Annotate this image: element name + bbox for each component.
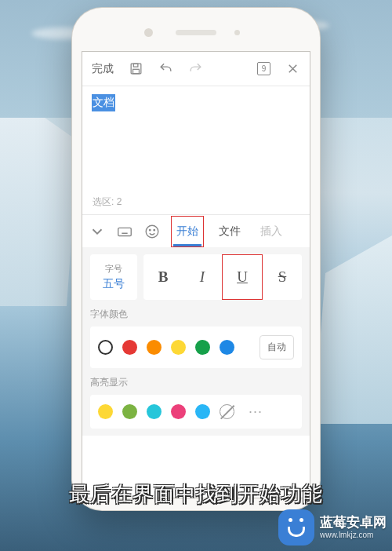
selected-text[interactable]: 文档 bbox=[92, 94, 115, 111]
subtitle-caption: 最后在界面中找到开始功能 bbox=[69, 480, 323, 508]
document-area[interactable]: 文档 选区: 2 bbox=[82, 86, 310, 214]
svg-rect-3 bbox=[118, 228, 132, 235]
highlight-swatch[interactable] bbox=[98, 404, 113, 419]
font-size-picker[interactable]: 字号 五号 bbox=[90, 254, 137, 300]
svg-rect-2 bbox=[133, 69, 140, 74]
bold-button[interactable]: B bbox=[143, 254, 183, 300]
keyboard-icon[interactable] bbox=[116, 223, 133, 240]
save-icon[interactable] bbox=[129, 61, 143, 76]
close-icon[interactable] bbox=[285, 61, 300, 76]
svg-point-6 bbox=[154, 229, 154, 230]
tab-file[interactable]: 文件 bbox=[214, 217, 245, 246]
underline-button[interactable]: U bbox=[222, 254, 263, 300]
italic-button[interactable]: I bbox=[183, 254, 222, 300]
highlight-label: 高亮显示 bbox=[90, 376, 302, 389]
highlight-swatch[interactable] bbox=[122, 404, 137, 419]
watermark-url: www.lmkjz.com bbox=[320, 531, 387, 540]
phone-frame: 完成 9 文档 选区: 2 开始 文件 插入 字号 五号 bbox=[72, 8, 320, 510]
more-icon[interactable]: ··· bbox=[249, 403, 263, 420]
color-current[interactable] bbox=[98, 340, 113, 355]
done-button[interactable]: 完成 bbox=[92, 62, 114, 76]
watermark: 蓝莓安卓网 www.lmkjz.com bbox=[278, 509, 387, 546]
no-highlight-icon[interactable] bbox=[220, 404, 234, 419]
svg-rect-1 bbox=[133, 64, 138, 67]
selection-info: 选区: 2 bbox=[93, 195, 122, 209]
auto-color-button[interactable]: 自动 bbox=[260, 335, 294, 359]
undo-icon[interactable] bbox=[158, 61, 173, 76]
font-size-label: 字号 bbox=[105, 263, 122, 275]
page-indicator[interactable]: 9 bbox=[257, 62, 270, 75]
watermark-icon bbox=[278, 509, 314, 546]
color-swatch[interactable] bbox=[171, 340, 186, 355]
tab-bar: 开始 文件 插入 bbox=[82, 214, 310, 247]
screen: 完成 9 文档 选区: 2 开始 文件 插入 字号 五号 bbox=[82, 51, 310, 498]
font-color-row: 自动 bbox=[90, 327, 302, 368]
chevron-down-icon[interactable] bbox=[89, 223, 106, 240]
color-swatch[interactable] bbox=[147, 340, 162, 355]
color-swatch[interactable] bbox=[220, 340, 234, 355]
emoji-icon[interactable] bbox=[143, 223, 161, 240]
watermark-name: 蓝莓安卓网 bbox=[320, 515, 387, 531]
redo-icon[interactable] bbox=[188, 61, 203, 76]
strike-button[interactable]: S bbox=[263, 254, 302, 300]
highlight-swatch[interactable] bbox=[195, 404, 210, 419]
color-swatch[interactable] bbox=[122, 340, 137, 355]
color-swatch[interactable] bbox=[195, 340, 210, 355]
tab-insert[interactable]: 插入 bbox=[256, 217, 287, 246]
highlight-row: ··· bbox=[90, 395, 302, 429]
highlight-swatch[interactable] bbox=[171, 404, 186, 419]
svg-point-5 bbox=[150, 229, 151, 230]
highlight-swatch[interactable] bbox=[147, 404, 162, 419]
font-size-value: 五号 bbox=[103, 277, 125, 291]
svg-point-4 bbox=[146, 225, 158, 238]
tab-start[interactable]: 开始 bbox=[171, 216, 204, 247]
font-color-label: 字体颜色 bbox=[90, 308, 302, 321]
format-panel: 字号 五号 B I U S 字体颜色 自动 高亮显示 bbox=[82, 247, 310, 436]
text-format-group: B I U S bbox=[143, 254, 302, 300]
toolbar: 完成 9 bbox=[82, 52, 310, 86]
